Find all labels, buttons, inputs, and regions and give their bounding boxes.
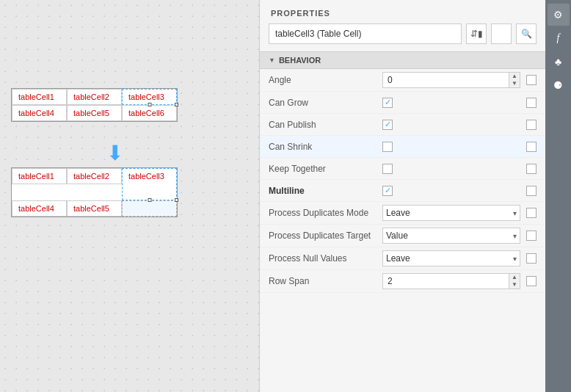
resize-handle-br[interactable] bbox=[175, 103, 178, 106]
resize-handle-br2[interactable] bbox=[175, 198, 178, 202]
can-shrink-label: Can Shrink bbox=[269, 142, 382, 152]
process-null-value: Leave Suppress bbox=[382, 250, 520, 266]
multiline-side-checkbox[interactable] bbox=[526, 186, 537, 196]
process-dup-target-wrap: Value All bbox=[382, 228, 520, 244]
can-publish-checkbox[interactable] bbox=[382, 120, 393, 130]
function-icon-btn[interactable]: f bbox=[548, 27, 570, 49]
hierarchy-icon: ⚈ bbox=[553, 79, 563, 91]
canvas-area: tableCell1 tableCell2 tableCell3 tableCe… bbox=[0, 0, 259, 392]
right-sidebar: ⚙ f ♣ ⚈ bbox=[545, 0, 571, 392]
can-grow-checkbox[interactable] bbox=[382, 98, 393, 108]
angle-row: Angle ▲ ▼ bbox=[260, 69, 545, 92]
can-shrink-row: Can Shrink bbox=[260, 136, 545, 158]
behavior-section-header: ▼ BEHAVIOR bbox=[260, 51, 545, 69]
can-grow-label: Can Grow bbox=[269, 98, 382, 108]
can-grow-value bbox=[382, 98, 520, 108]
process-dup-mode-label: Process Duplicates Mode bbox=[269, 208, 382, 218]
can-shrink-checkbox[interactable] bbox=[382, 142, 393, 152]
table-cell: tableCell5 bbox=[67, 105, 122, 121]
angle-side-checkbox[interactable] bbox=[526, 75, 537, 85]
process-null-label: Process Null Values bbox=[269, 253, 382, 264]
can-grow-row: Can Grow bbox=[260, 92, 545, 114]
process-dup-mode-row: Process Duplicates Mode Leave Suppress M… bbox=[260, 202, 545, 225]
table-cell: tableCell1 bbox=[12, 89, 67, 105]
can-shrink-value bbox=[382, 142, 520, 152]
table-cell: tableCell6 bbox=[122, 105, 177, 121]
multiline-row: Multiline bbox=[260, 180, 545, 202]
keep-together-value bbox=[382, 164, 520, 174]
table-cell: tableCell4 bbox=[12, 105, 67, 121]
row-span-label: Row Span bbox=[269, 276, 382, 286]
behavior-label: BEHAVIOR bbox=[279, 56, 321, 65]
resize-handle-bm2[interactable] bbox=[148, 198, 151, 202]
row-span-up[interactable]: ▲ bbox=[509, 274, 520, 281]
can-publish-label: Can Publish bbox=[269, 120, 382, 130]
table-cell: tableCell1 bbox=[12, 168, 67, 184]
table-cell: tableCell4 bbox=[12, 200, 67, 217]
after-table-container: tableCell1 tableCell2 tableCell3 tableCe… bbox=[11, 167, 178, 217]
keep-together-side-checkbox[interactable] bbox=[526, 164, 537, 174]
can-publish-value bbox=[382, 120, 520, 130]
angle-down[interactable]: ▼ bbox=[509, 80, 520, 87]
process-null-select[interactable]: Leave Suppress bbox=[382, 250, 520, 266]
process-null-wrap: Leave Suppress bbox=[382, 250, 520, 266]
search-icon-btn[interactable]: 🔍 bbox=[516, 23, 537, 44]
before-table: tableCell1 tableCell2 tableCell3 tableCe… bbox=[11, 88, 178, 122]
before-table-container: tableCell1 tableCell2 tableCell3 tableCe… bbox=[11, 88, 178, 122]
row-span-down[interactable]: ▼ bbox=[509, 281, 520, 288]
process-null-side-checkbox[interactable] bbox=[526, 253, 537, 264]
row-span-value: ▲ ▼ bbox=[382, 273, 520, 289]
table-cell: tableCell2 bbox=[67, 168, 122, 184]
chevron-icon: ▼ bbox=[269, 57, 275, 64]
process-dup-mode-side-checkbox[interactable] bbox=[526, 208, 537, 218]
multiline-label: Multiline bbox=[269, 186, 382, 196]
search-icon: 🔍 bbox=[521, 29, 532, 39]
database-icon: ♣ bbox=[555, 56, 561, 68]
table-row: tableCell1 tableCell2 tableCell3 bbox=[12, 89, 177, 105]
sort-icon-btn[interactable]: ⇵▮ bbox=[466, 23, 487, 44]
grid-icon-btn[interactable]: ⁤ bbox=[491, 23, 512, 44]
row-span-side-checkbox[interactable] bbox=[526, 276, 537, 286]
function-icon: f bbox=[557, 32, 560, 44]
can-publish-side-checkbox[interactable] bbox=[526, 120, 537, 130]
angle-label: Angle bbox=[269, 75, 382, 85]
process-dup-target-side-checkbox[interactable] bbox=[526, 231, 537, 241]
process-dup-target-select[interactable]: Value All bbox=[382, 228, 520, 244]
row-span-spinner: ▲ ▼ bbox=[509, 273, 520, 289]
process-dup-target-value: Value All bbox=[382, 228, 520, 244]
can-grow-side-checkbox[interactable] bbox=[526, 98, 537, 108]
hierarchy-icon-btn[interactable]: ⚈ bbox=[548, 74, 570, 96]
table-cell bbox=[122, 200, 177, 217]
table-cell: tableCell5 bbox=[67, 200, 122, 217]
multiline-checkbox[interactable] bbox=[382, 186, 393, 196]
settings-icon-btn[interactable]: ⚙ bbox=[548, 4, 570, 26]
database-icon-btn[interactable]: ♣ bbox=[548, 51, 570, 73]
angle-spinner: ▲ ▼ bbox=[509, 72, 520, 88]
table-cell-selected-after[interactable]: tableCell3 bbox=[122, 168, 177, 200]
table-row: tableCell4 tableCell5 tableCell6 bbox=[12, 105, 177, 121]
process-dup-mode-value: Leave Suppress Merge bbox=[382, 205, 520, 221]
multiline-value bbox=[382, 186, 520, 196]
process-dup-target-label: Process Duplicates Target bbox=[269, 231, 382, 241]
component-selector[interactable]: tableCell3 (Table Cell) bbox=[269, 23, 462, 44]
angle-up[interactable]: ▲ bbox=[509, 73, 520, 80]
process-dup-mode-select[interactable]: Leave Suppress Merge bbox=[382, 205, 520, 221]
row-span-row: Row Span ▲ ▼ bbox=[260, 270, 545, 293]
can-publish-row: Can Publish bbox=[260, 114, 545, 136]
angle-input-wrap: ▲ ▼ bbox=[382, 72, 520, 88]
panel-header: PROPERTIES bbox=[260, 0, 545, 23]
properties-panel: PROPERTIES tableCell3 (Table Cell) ⇵▮ ⁤ … bbox=[259, 0, 545, 392]
table-cell: tableCell2 bbox=[67, 89, 122, 105]
angle-value: ▲ ▼ bbox=[382, 72, 520, 88]
table-row: tableCell1 tableCell2 tableCell3 bbox=[12, 168, 177, 200]
table-cell-selected[interactable]: tableCell3 bbox=[122, 89, 177, 105]
can-shrink-side-checkbox[interactable] bbox=[526, 142, 537, 152]
angle-input[interactable] bbox=[382, 72, 509, 88]
row-span-input[interactable] bbox=[382, 273, 509, 289]
resize-handle-bm[interactable] bbox=[148, 103, 151, 106]
row-span-input-wrap: ▲ ▼ bbox=[382, 273, 520, 289]
keep-together-checkbox[interactable] bbox=[382, 164, 393, 174]
process-dup-target-row: Process Duplicates Target Value All bbox=[260, 225, 545, 247]
process-dup-mode-wrap: Leave Suppress Merge bbox=[382, 205, 520, 221]
after-table: tableCell1 tableCell2 tableCell3 tableCe… bbox=[11, 167, 178, 217]
